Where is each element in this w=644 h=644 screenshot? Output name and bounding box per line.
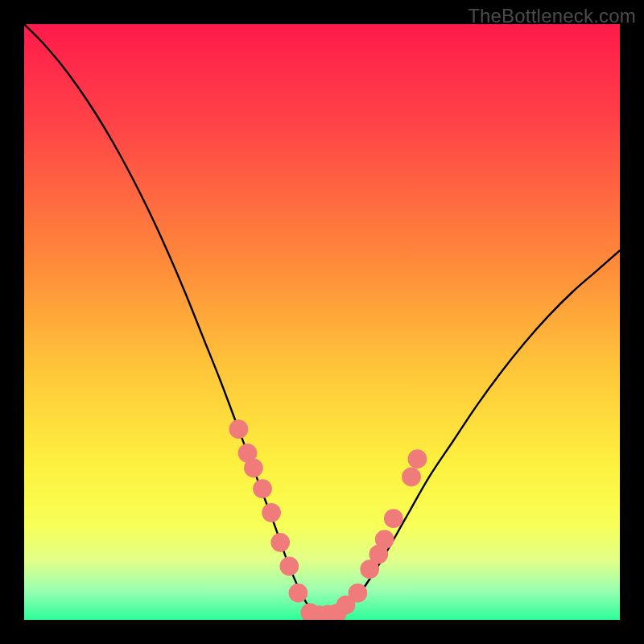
marker-dot bbox=[289, 584, 308, 603]
marker-dot bbox=[244, 458, 263, 477]
marker-dot bbox=[279, 557, 299, 576]
marker-dot bbox=[349, 584, 368, 603]
gradient-background bbox=[24, 24, 620, 620]
bottleneck-chart bbox=[24, 24, 620, 620]
watermark-text: TheBottleneck.com bbox=[468, 5, 636, 27]
marker-dot bbox=[402, 468, 421, 487]
marker-dot bbox=[229, 419, 249, 439]
marker-dot bbox=[384, 509, 403, 528]
marker-dot bbox=[408, 449, 427, 469]
chart-frame bbox=[24, 24, 620, 620]
marker-dot bbox=[375, 530, 394, 549]
marker-dot bbox=[253, 479, 272, 498]
marker-dot bbox=[262, 503, 281, 522]
marker-dot bbox=[270, 533, 290, 552]
